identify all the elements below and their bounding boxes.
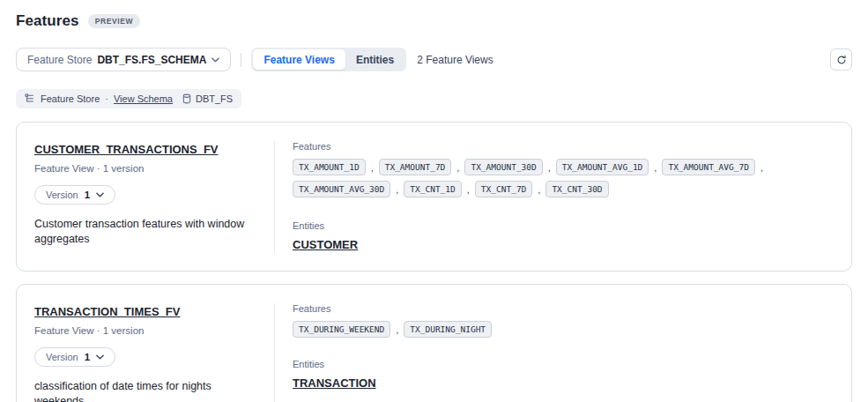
feature-chip: TX_AMOUNT_AVG_1D: [556, 159, 649, 175]
feature-chip-list: TX_DURING_WEEKEND,TX_DURING_NIGHT: [293, 321, 830, 338]
chevron-down-icon: [96, 354, 104, 360]
entity-link[interactable]: TRANSACTION: [293, 376, 376, 390]
chip-separator: ,: [467, 184, 470, 195]
database-name: DBT_FS: [196, 93, 233, 104]
schema-tree-icon: [25, 93, 35, 104]
breadcrumb-prefix: Feature Store: [41, 93, 100, 104]
feature-view-subtitle: Feature View · 1 version: [34, 325, 256, 336]
preview-badge: PREVIEW: [88, 14, 140, 28]
version-dropdown[interactable]: Version 1: [34, 185, 115, 205]
chevron-down-icon: [211, 57, 219, 63]
card-details: Features TX_DURING_WEEKEND,TX_DURING_NIG…: [275, 303, 851, 402]
version-dropdown[interactable]: Version 1: [34, 347, 115, 367]
feature-chip: TX_AMOUNT_1D: [293, 159, 366, 175]
feature-chip: TX_AMOUNT_30D: [464, 159, 542, 175]
entity-link[interactable]: CUSTOMER: [293, 238, 358, 251]
chip-separator: ,: [760, 162, 763, 173]
feature-views-count: 2 Feature Views: [417, 54, 493, 66]
chevron-down-icon: [96, 192, 104, 197]
feature-chip: TX_CNT_1D: [404, 181, 461, 197]
card-summary: CUSTOMER_TRANSACTIONS_FV Feature View · …: [17, 141, 275, 252]
breadcrumb-separator: ·: [105, 93, 108, 104]
feature-view-subtitle: Feature View · 1 version: [34, 163, 256, 174]
entity-link-list: TRANSACTION: [293, 369, 830, 391]
feature-chip: TX_DURING_NIGHT: [404, 321, 492, 338]
feature-view-title-link[interactable]: TRANSACTION_TIMES_FV: [34, 305, 180, 318]
feature-chip-list: TX_AMOUNT_1D,TX_AMOUNT_7D,TX_AMOUNT_30D,…: [293, 159, 830, 197]
entities-block: Entities CUSTOMER: [293, 220, 830, 252]
version-value: 1: [85, 352, 90, 362]
breadcrumb-database: DBT_FS: [182, 93, 233, 104]
breadcrumb: Feature Store · View Schema DBT_FS: [16, 89, 241, 108]
feature-view-card: TRANSACTION_TIMES_FV Feature View · 1 ve…: [16, 284, 852, 402]
feature-chip: TX_DURING_WEEKEND: [293, 321, 390, 338]
feature-chip: TX_AMOUNT_7D: [379, 159, 452, 175]
entities-label: Entities: [293, 359, 830, 369]
page-header: Features PREVIEW: [16, 12, 852, 30]
page-title: Features: [16, 12, 79, 30]
chip-separator: ,: [396, 324, 398, 335]
tab-entities[interactable]: Entities: [345, 49, 404, 70]
entities-block: Entities TRANSACTION: [293, 359, 830, 391]
tab-feature-views[interactable]: Feature Views: [253, 49, 345, 70]
card-summary: TRANSACTION_TIMES_FV Feature View · 1 ve…: [17, 303, 275, 402]
card-details: Features TX_AMOUNT_1D,TX_AMOUNT_7D,TX_AM…: [275, 141, 851, 252]
version-label: Version: [46, 352, 78, 362]
feature-view-description: Customer transaction features with windo…: [34, 217, 256, 247]
chip-separator: ,: [456, 162, 459, 173]
chip-separator: ,: [654, 162, 657, 173]
entities-label: Entities: [293, 220, 830, 231]
toolbar-divider: [241, 53, 241, 67]
chip-separator: ,: [548, 162, 551, 173]
features-label: Features: [293, 303, 830, 314]
feature-store-value: DBT_FS.FS_SCHEMA: [97, 54, 206, 66]
entity-link-list: CUSTOMER: [293, 231, 830, 252]
feature-chip: TX_CNT_7D: [475, 181, 532, 197]
version-label: Version: [46, 190, 78, 200]
feature-chip: TX_CNT_30D: [545, 181, 608, 197]
feature-store-label: Feature Store: [27, 54, 92, 66]
refresh-button[interactable]: [830, 48, 852, 71]
feature-store-selector[interactable]: Feature Store DBT_FS.FS_SCHEMA: [16, 48, 231, 71]
features-page: Features PREVIEW Feature Store DBT_FS.FS…: [0, 0, 868, 402]
view-tabs: Feature Views Entities: [251, 48, 406, 71]
feature-view-card: CUSTOMER_TRANSACTIONS_FV Feature View · …: [16, 122, 852, 272]
database-icon: [182, 93, 192, 104]
version-value: 1: [85, 190, 90, 200]
chip-separator: ,: [396, 184, 398, 195]
feature-chip: TX_AMOUNT_AVG_30D: [293, 181, 390, 197]
refresh-icon: [836, 55, 847, 65]
features-label: Features: [293, 141, 830, 152]
feature-view-description: classification of date times for nights …: [34, 379, 256, 402]
chip-separator: ,: [538, 184, 540, 195]
view-schema-link[interactable]: View Schema: [114, 93, 173, 104]
feature-view-title-link[interactable]: CUSTOMER_TRANSACTIONS_FV: [34, 143, 219, 156]
toolbar: Feature Store DBT_FS.FS_SCHEMA Feature V…: [16, 48, 852, 71]
feature-chip: TX_AMOUNT_AVG_7D: [662, 159, 755, 175]
chip-separator: ,: [371, 162, 374, 173]
feature-view-list: CUSTOMER_TRANSACTIONS_FV Feature View · …: [16, 122, 852, 402]
